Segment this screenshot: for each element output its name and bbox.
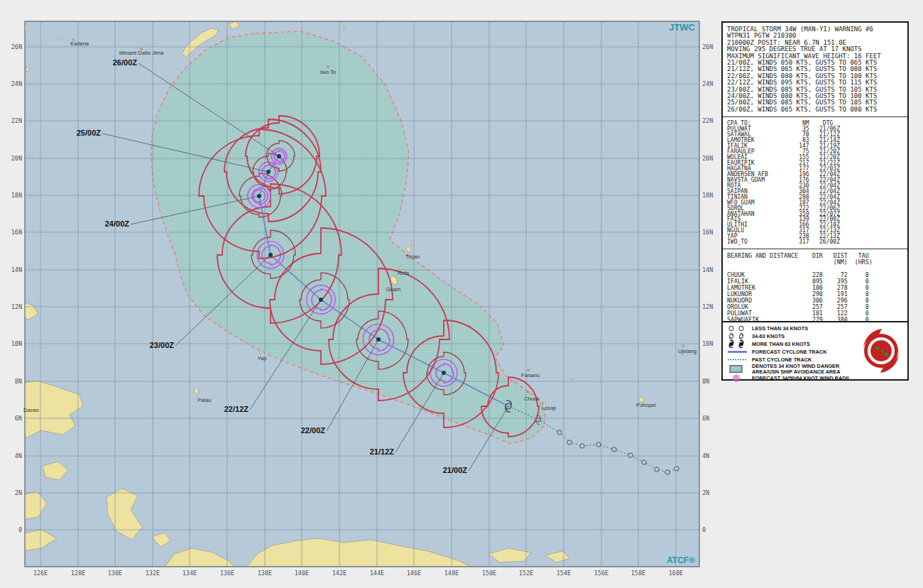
legend-item: LESS THAN 34 KNOTS xyxy=(726,325,855,332)
svg-text:158E: 158E xyxy=(631,570,645,577)
svg-text:26N: 26N xyxy=(702,43,713,50)
svg-text:14N: 14N xyxy=(702,266,713,273)
legend-item: 34-63 KNOTS xyxy=(726,332,855,340)
forecast-time-label: 24/00Z xyxy=(105,219,130,228)
place-label: Minami Daito Jima xyxy=(119,50,164,56)
svg-text:18N: 18N xyxy=(11,192,22,199)
forecast-time-label: 26/00Z xyxy=(113,58,138,67)
forecast-position-dot xyxy=(266,170,271,174)
svg-text:146E: 146E xyxy=(407,570,421,577)
place-label: Tinian xyxy=(405,254,420,260)
past-position-marker xyxy=(628,453,633,457)
svg-text:142E: 142E xyxy=(332,570,346,577)
svg-text:156E: 156E xyxy=(594,570,608,577)
svg-text:138E: 138E xyxy=(258,570,272,577)
legend-item-label: LESS THAN 34 KNOTS xyxy=(752,326,808,332)
cpa-table: CPA TO: NM DTG PULUWAT 35 21/06Z SATAWAL… xyxy=(727,121,903,245)
svg-text:10N: 10N xyxy=(11,340,22,347)
svg-text:16N: 16N xyxy=(702,229,713,236)
past-position-marker xyxy=(567,440,572,445)
past-position-marker xyxy=(612,447,616,452)
jtwc-logo xyxy=(855,322,907,379)
place-dot xyxy=(682,345,684,347)
place-dot xyxy=(528,391,530,393)
place-dot xyxy=(528,369,530,371)
forecast-time-label: 22/00Z xyxy=(301,426,326,435)
svg-text:6N: 6N xyxy=(15,415,22,422)
legend-item: FORECAST CYCLONE TRACK xyxy=(726,348,855,356)
forecast-position-dot xyxy=(319,298,323,302)
svg-text:8N: 8N xyxy=(702,378,709,385)
svg-text:136E: 136E xyxy=(220,570,234,577)
svg-text:148E: 148E xyxy=(444,570,459,577)
legend-item-label: 34-63 KNOTS xyxy=(752,334,785,339)
past-position-marker xyxy=(596,442,601,447)
legend-item: MORE THAN 63 KNOTS xyxy=(726,340,855,348)
svg-text:14N: 14N xyxy=(11,266,22,273)
forecast-position-dot xyxy=(257,194,261,198)
danger-area-icon xyxy=(726,365,750,373)
warning-text: TROPICAL STORM 34W (MAN-YI) WARNING #6 W… xyxy=(727,26,903,113)
past-track-icon xyxy=(726,356,750,364)
legend-item-label: FORECAST CYCLONE TRACK xyxy=(752,349,826,355)
place-label: Yap xyxy=(258,355,267,361)
place-label: Palau xyxy=(197,397,211,403)
place-label: Ujelang xyxy=(678,348,697,354)
past-position-marker xyxy=(642,460,646,464)
atcf-watermark: ATCF® xyxy=(667,555,695,565)
forecast-time-label: 21/00Z xyxy=(443,466,468,474)
svg-text:22N: 22N xyxy=(11,117,22,124)
forecast-time-label: 22/12Z xyxy=(224,405,249,413)
legend-item-label: DENOTES 34 KNOT WIND DANGER AREA/USN SHI… xyxy=(752,364,840,374)
forecast-position-dot xyxy=(268,253,273,257)
svg-text:20N: 20N xyxy=(702,155,713,162)
svg-text:132E: 132E xyxy=(146,570,160,577)
legend-box: LESS THAN 34 KNOTS34-63 KNOTSMORE THAN 6… xyxy=(721,321,909,381)
svg-text:126E: 126E xyxy=(33,570,48,577)
forecast-position-dot xyxy=(442,371,446,375)
place-label: Losap xyxy=(542,405,557,411)
place-label: Pohnpei xyxy=(636,402,656,408)
typhoon-logo-icon xyxy=(856,325,906,377)
svg-text:150E: 150E xyxy=(482,570,496,577)
place-dot xyxy=(542,403,544,405)
place-label: Rota xyxy=(398,270,410,276)
place-label: Chuuk xyxy=(524,396,540,402)
forecast-time-label: 21/12Z xyxy=(370,447,395,456)
svg-text:2N: 2N xyxy=(15,489,22,496)
svg-text:2N: 2N xyxy=(702,489,709,496)
svg-text:20N: 20N xyxy=(11,155,22,162)
place-dot xyxy=(327,66,329,68)
past-position-marker xyxy=(655,467,659,472)
svg-text:140E: 140E xyxy=(295,570,309,577)
svg-text:18N: 18N xyxy=(702,192,713,199)
svg-text:4N: 4N xyxy=(15,452,22,459)
svg-text:160E: 160E xyxy=(669,570,683,577)
bearing-table: BEARING AND DISTANCE DIR DIST TAU (NM) (… xyxy=(727,253,903,330)
svg-text:6N: 6N xyxy=(702,415,709,422)
wind-radii-icon xyxy=(726,374,750,382)
legend-items: LESS THAN 34 KNOTS34-63 KNOTSMORE THAN 6… xyxy=(723,322,855,379)
legend-item-label: MORE THAN 63 KNOTS xyxy=(752,342,810,347)
info-panel: TROPICAL STORM 34W (MAN-YI) WARNING #6 W… xyxy=(721,21,909,334)
forecast-track-icon xyxy=(726,348,750,356)
svg-text:24N: 24N xyxy=(11,80,22,87)
place-label: Kadena xyxy=(70,40,89,47)
legend-item: DENOTES 34 KNOT WIND DANGER AREA/USN SHI… xyxy=(726,364,855,374)
legend-item-label: PAST CYCLONE TRACK xyxy=(752,357,812,363)
past-position-marker xyxy=(665,470,670,474)
place-label: Fananu xyxy=(521,372,540,379)
jtwc-watermark: JTWC xyxy=(669,22,695,33)
past-position-marker xyxy=(557,430,562,435)
svg-text:12N: 12N xyxy=(11,303,22,310)
forecast-position-dot xyxy=(376,337,381,342)
svg-text:0: 0 xyxy=(702,526,706,533)
jtwc-warning-graphic: 126E128E130E132E134E136E138E140E142E144E… xyxy=(0,0,923,588)
past-position-marker xyxy=(674,467,679,471)
open-circle-icon xyxy=(726,325,750,332)
past-position-marker xyxy=(580,444,584,448)
storm-filled-icon xyxy=(726,340,750,348)
svg-text:12N: 12N xyxy=(702,303,713,310)
panel-divider xyxy=(723,116,907,117)
svg-text:152E: 152E xyxy=(519,570,533,577)
